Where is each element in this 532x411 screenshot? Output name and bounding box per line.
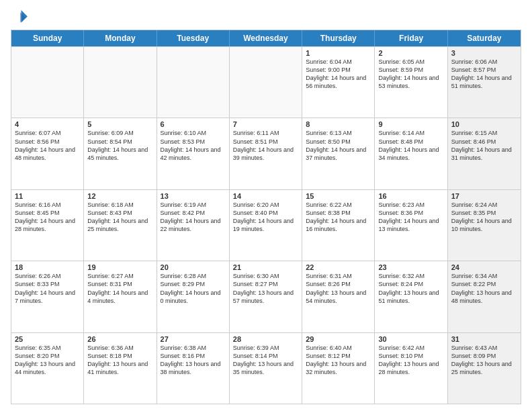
day-number: 8: [306, 120, 371, 128]
calendar: SundayMondayTuesdayWednesdayThursdayFrid…: [11, 30, 521, 404]
calendar-cell: 5Sunrise: 6:09 AM Sunset: 8:54 PM Daylig…: [84, 118, 157, 189]
cell-info: Sunrise: 6:27 AM Sunset: 8:31 PM Dayligh…: [87, 272, 152, 305]
cell-info: Sunrise: 6:43 AM Sunset: 8:09 PM Dayligh…: [451, 344, 517, 377]
calendar-cell: 17Sunrise: 6:24 AM Sunset: 8:35 PM Dayli…: [448, 190, 521, 261]
calendar-cell: 20Sunrise: 6:28 AM Sunset: 8:29 PM Dayli…: [157, 261, 230, 332]
cell-info: Sunrise: 6:15 AM Sunset: 8:46 PM Dayligh…: [451, 129, 517, 162]
calendar-cell: 6Sunrise: 6:10 AM Sunset: 8:53 PM Daylig…: [157, 118, 230, 189]
calendar-cell: 1Sunrise: 6:04 AM Sunset: 9:00 PM Daylig…: [302, 47, 375, 118]
calendar-header-cell: Tuesday: [157, 30, 230, 46]
cell-info: Sunrise: 6:10 AM Sunset: 8:53 PM Dayligh…: [161, 129, 226, 162]
calendar-row: 25Sunrise: 6:35 AM Sunset: 8:20 PM Dayli…: [11, 332, 521, 404]
calendar-cell: 18Sunrise: 6:26 AM Sunset: 8:33 PM Dayli…: [11, 261, 84, 332]
cell-info: Sunrise: 6:06 AM Sunset: 8:57 PM Dayligh…: [451, 58, 517, 91]
calendar-cell: 19Sunrise: 6:27 AM Sunset: 8:31 PM Dayli…: [84, 261, 157, 332]
day-number: 18: [15, 263, 80, 271]
day-number: 23: [378, 263, 443, 271]
cell-info: Sunrise: 6:04 AM Sunset: 9:00 PM Dayligh…: [306, 58, 371, 91]
day-number: 11: [15, 192, 80, 200]
cell-info: Sunrise: 6:05 AM Sunset: 8:59 PM Dayligh…: [378, 58, 443, 91]
day-number: 6: [161, 120, 226, 128]
logo: [11, 8, 32, 27]
day-number: 15: [306, 192, 371, 200]
calendar-cell: 10Sunrise: 6:15 AM Sunset: 8:46 PM Dayli…: [448, 118, 521, 189]
cell-info: Sunrise: 6:18 AM Sunset: 8:43 PM Dayligh…: [87, 201, 152, 234]
calendar-body: 1Sunrise: 6:04 AM Sunset: 9:00 PM Daylig…: [11, 46, 521, 404]
cell-info: Sunrise: 6:13 AM Sunset: 8:50 PM Dayligh…: [306, 129, 371, 162]
calendar-cell: 25Sunrise: 6:35 AM Sunset: 8:20 PM Dayli…: [11, 333, 84, 404]
day-number: 3: [451, 49, 517, 57]
calendar-row: 18Sunrise: 6:26 AM Sunset: 8:33 PM Dayli…: [11, 261, 521, 332]
calendar-cell: 4Sunrise: 6:07 AM Sunset: 8:56 PM Daylig…: [11, 118, 84, 189]
calendar-cell: 3Sunrise: 6:06 AM Sunset: 8:57 PM Daylig…: [448, 47, 521, 118]
day-number: 16: [378, 192, 443, 200]
header: [11, 8, 521, 27]
day-number: 4: [15, 120, 80, 128]
day-number: 31: [451, 335, 517, 343]
calendar-header-cell: Thursday: [302, 30, 375, 46]
calendar-cell: [11, 47, 84, 118]
day-number: 20: [161, 263, 226, 271]
day-number: 30: [378, 335, 443, 343]
calendar-cell: 13Sunrise: 6:19 AM Sunset: 8:42 PM Dayli…: [157, 190, 230, 261]
cell-info: Sunrise: 6:09 AM Sunset: 8:54 PM Dayligh…: [87, 129, 152, 162]
day-number: 27: [161, 335, 226, 343]
calendar-cell: 11Sunrise: 6:16 AM Sunset: 8:45 PM Dayli…: [11, 190, 84, 261]
calendar-cell: [230, 47, 302, 118]
day-number: 29: [306, 335, 371, 343]
calendar-cell: 9Sunrise: 6:14 AM Sunset: 8:48 PM Daylig…: [375, 118, 447, 189]
cell-info: Sunrise: 6:36 AM Sunset: 8:18 PM Dayligh…: [87, 344, 152, 377]
calendar-cell: 15Sunrise: 6:22 AM Sunset: 8:38 PM Dayli…: [302, 190, 375, 261]
calendar-cell: 26Sunrise: 6:36 AM Sunset: 8:18 PM Dayli…: [84, 333, 157, 404]
day-number: 22: [306, 263, 371, 271]
day-number: 5: [87, 120, 152, 128]
calendar-row: 4Sunrise: 6:07 AM Sunset: 8:56 PM Daylig…: [11, 118, 521, 189]
cell-info: Sunrise: 6:22 AM Sunset: 8:38 PM Dayligh…: [306, 201, 371, 234]
day-number: 25: [15, 335, 80, 343]
day-number: 13: [161, 192, 226, 200]
calendar-cell: 21Sunrise: 6:30 AM Sunset: 8:27 PM Dayli…: [230, 261, 302, 332]
cell-info: Sunrise: 6:40 AM Sunset: 8:12 PM Dayligh…: [306, 344, 371, 377]
calendar-cell: 28Sunrise: 6:39 AM Sunset: 8:14 PM Dayli…: [230, 333, 302, 404]
cell-info: Sunrise: 6:14 AM Sunset: 8:48 PM Dayligh…: [378, 129, 443, 162]
day-number: 1: [306, 49, 371, 57]
cell-info: Sunrise: 6:28 AM Sunset: 8:29 PM Dayligh…: [161, 272, 226, 305]
page: SundayMondayTuesdayWednesdayThursdayFrid…: [0, 0, 532, 411]
day-number: 17: [451, 192, 517, 200]
cell-info: Sunrise: 6:30 AM Sunset: 8:27 PM Dayligh…: [233, 272, 298, 305]
cell-info: Sunrise: 6:07 AM Sunset: 8:56 PM Dayligh…: [15, 129, 80, 162]
calendar-cell: 23Sunrise: 6:32 AM Sunset: 8:24 PM Dayli…: [375, 261, 447, 332]
calendar-header-cell: Monday: [84, 30, 157, 46]
day-number: 9: [378, 120, 443, 128]
calendar-cell: 29Sunrise: 6:40 AM Sunset: 8:12 PM Dayli…: [302, 333, 375, 404]
cell-info: Sunrise: 6:34 AM Sunset: 8:22 PM Dayligh…: [451, 272, 517, 305]
calendar-cell: 14Sunrise: 6:20 AM Sunset: 8:40 PM Dayli…: [230, 190, 302, 261]
day-number: 24: [451, 263, 517, 271]
calendar-cell: 7Sunrise: 6:11 AM Sunset: 8:51 PM Daylig…: [230, 118, 302, 189]
cell-info: Sunrise: 6:19 AM Sunset: 8:42 PM Dayligh…: [161, 201, 226, 234]
calendar-cell: 31Sunrise: 6:43 AM Sunset: 8:09 PM Dayli…: [448, 333, 521, 404]
cell-info: Sunrise: 6:16 AM Sunset: 8:45 PM Dayligh…: [15, 201, 80, 234]
calendar-cell: 12Sunrise: 6:18 AM Sunset: 8:43 PM Dayli…: [84, 190, 157, 261]
calendar-cell: 16Sunrise: 6:23 AM Sunset: 8:36 PM Dayli…: [375, 190, 447, 261]
day-number: 7: [233, 120, 298, 128]
calendar-header-cell: Sunday: [11, 30, 84, 46]
cell-info: Sunrise: 6:23 AM Sunset: 8:36 PM Dayligh…: [378, 201, 443, 234]
cell-info: Sunrise: 6:11 AM Sunset: 8:51 PM Dayligh…: [233, 129, 298, 162]
calendar-cell: [157, 47, 230, 118]
calendar-cell: 24Sunrise: 6:34 AM Sunset: 8:22 PM Dayli…: [448, 261, 521, 332]
calendar-header-cell: Friday: [375, 30, 447, 46]
calendar-row: 1Sunrise: 6:04 AM Sunset: 9:00 PM Daylig…: [11, 46, 521, 118]
cell-info: Sunrise: 6:20 AM Sunset: 8:40 PM Dayligh…: [233, 201, 298, 234]
calendar-header-row: SundayMondayTuesdayWednesdayThursdayFrid…: [11, 30, 521, 46]
cell-info: Sunrise: 6:31 AM Sunset: 8:26 PM Dayligh…: [306, 272, 371, 305]
calendar-cell: 27Sunrise: 6:38 AM Sunset: 8:16 PM Dayli…: [157, 333, 230, 404]
cell-info: Sunrise: 6:24 AM Sunset: 8:35 PM Dayligh…: [451, 201, 517, 234]
calendar-cell: [84, 47, 157, 118]
day-number: 14: [233, 192, 298, 200]
day-number: 19: [87, 263, 152, 271]
cell-info: Sunrise: 6:39 AM Sunset: 8:14 PM Dayligh…: [233, 344, 298, 377]
calendar-cell: 8Sunrise: 6:13 AM Sunset: 8:50 PM Daylig…: [302, 118, 375, 189]
day-number: 2: [378, 49, 443, 57]
logo-icon: [11, 8, 30, 27]
